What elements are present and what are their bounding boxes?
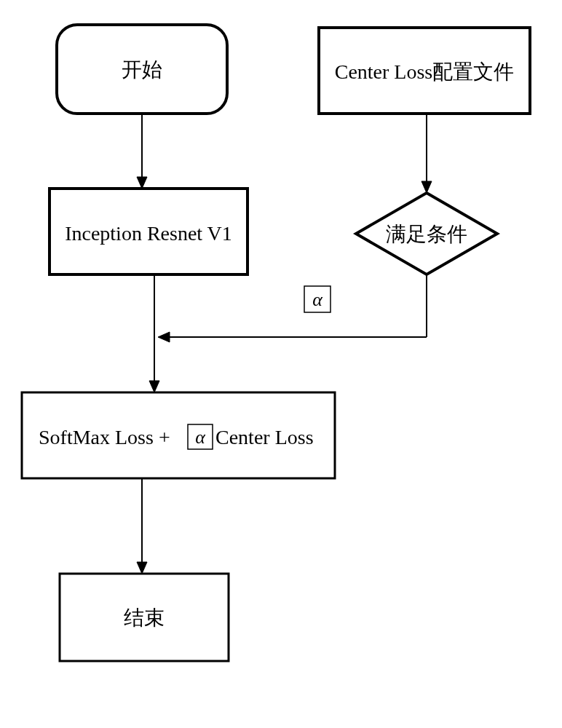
- start-label: 开始: [122, 58, 162, 81]
- inception-label: Inception Resnet V1: [65, 222, 232, 245]
- end-label: 结束: [124, 606, 165, 629]
- arrow-head-loss-end: [137, 562, 147, 574]
- loss-alpha: α: [195, 427, 206, 448]
- arrow-head-start-inception: [137, 177, 147, 189]
- loss-prefix: SoftMax Loss +: [39, 426, 170, 448]
- alpha-label: α: [312, 289, 323, 310]
- arrow-head-config-condition: [422, 181, 432, 193]
- arrow-head-condition-merge: [158, 332, 170, 342]
- loss-suffix: Center Loss: [215, 426, 314, 448]
- flowchart-diagram: 开始 Inception Resnet V1 Center Loss配置文件 满…: [0, 0, 562, 728]
- condition-label: 满足条件: [386, 223, 467, 245]
- config-label: Center Loss配置文件: [335, 60, 515, 83]
- arrow-head-inception-down: [149, 381, 159, 392]
